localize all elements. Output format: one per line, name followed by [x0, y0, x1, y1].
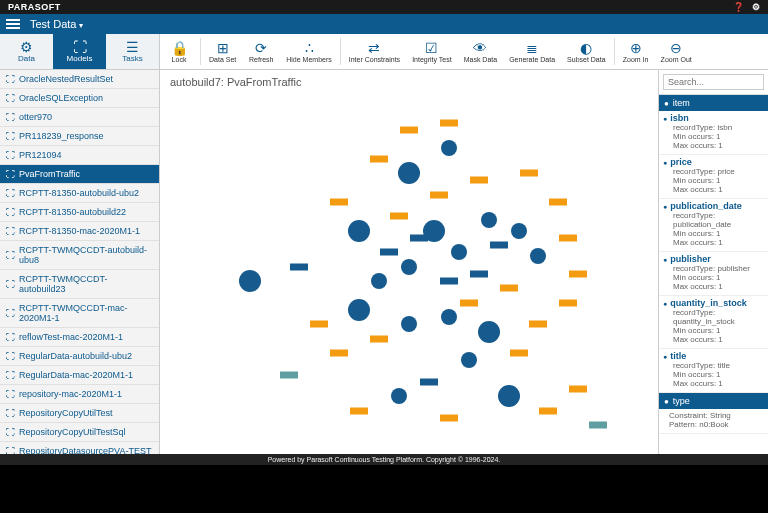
graph-node[interactable] — [529, 321, 547, 328]
tool-icon: ⊖ — [670, 40, 682, 57]
graph-node[interactable] — [370, 335, 388, 342]
sidebar-item[interactable]: ⛶RCPTT-81350-autobuild-ubu2 — [0, 184, 159, 203]
graph-node[interactable] — [481, 212, 497, 228]
help-icon[interactable]: ❓ — [733, 2, 744, 12]
sidebar-item[interactable]: ⛶RCPTT-TWMQCCDT-mac-2020M1-1 — [0, 299, 159, 328]
graph-node[interactable] — [589, 422, 607, 429]
tree-icon: ⛶ — [6, 207, 15, 217]
graph-node[interactable] — [461, 352, 477, 368]
sidebar: ⛶OracleNestedResultSet⛶OracleSQLExceptio… — [0, 70, 160, 454]
graph-node[interactable] — [380, 249, 398, 256]
graph-node[interactable] — [348, 220, 370, 242]
graph-node[interactable] — [348, 299, 370, 321]
field-block[interactable]: publisherrecordType: publisherMin occurs… — [659, 252, 768, 296]
graph-node[interactable] — [498, 385, 520, 407]
graph-node[interactable] — [478, 321, 500, 343]
sidebar-item[interactable]: ⛶RepositoryDatasourcePVA-TEST — [0, 442, 159, 454]
graph-node[interactable] — [371, 273, 387, 289]
sidebar-item[interactable]: ⛶RepositoryCopyUtilTest — [0, 404, 159, 423]
graph-node[interactable] — [530, 248, 546, 264]
tool-inter-constraints[interactable]: ⇄Inter Constraints — [343, 34, 406, 69]
graph-node[interactable] — [441, 140, 457, 156]
graph-node[interactable] — [440, 415, 458, 422]
tool-subset-data[interactable]: ◐Subset Data — [561, 34, 612, 69]
field-block[interactable]: titlerecordType: titleMin occurs: 1Max o… — [659, 349, 768, 393]
sidebar-item[interactable]: ⛶RegularData-mac-2020M1-1 — [0, 366, 159, 385]
menu-dropdown[interactable]: Test Data — [30, 18, 83, 30]
graph-node[interactable] — [330, 350, 348, 357]
graph-node[interactable] — [410, 235, 428, 242]
graph-node[interactable] — [398, 162, 420, 184]
tool-refresh[interactable]: ⟳Refresh — [242, 34, 280, 69]
sidebar-item[interactable]: ⛶OracleSQLException — [0, 89, 159, 108]
sidebar-item[interactable]: ⛶repository-mac-2020M1-1 — [0, 385, 159, 404]
sidebar-item[interactable]: ⛶RCPTT-TWMQCCDT-autobuild23 — [0, 270, 159, 299]
graph-node[interactable] — [420, 379, 438, 386]
sidebar-item[interactable]: ⛶RegularData-autobuild-ubu2 — [0, 347, 159, 366]
main-tab-data[interactable]: ⚙Data — [0, 34, 53, 69]
graph-node[interactable] — [401, 316, 417, 332]
graph-node[interactable] — [559, 299, 577, 306]
graph-node[interactable] — [559, 235, 577, 242]
sidebar-item[interactable]: ⛶PR118239_response — [0, 127, 159, 146]
main-tab-tasks[interactable]: ☰Tasks — [106, 34, 159, 69]
graph-node[interactable] — [490, 242, 508, 249]
field-block[interactable]: pricerecordType: priceMin occurs: 1Max o… — [659, 155, 768, 199]
graph-node[interactable] — [370, 155, 388, 162]
graph-node[interactable] — [280, 371, 298, 378]
graph-node[interactable] — [441, 309, 457, 325]
graph-node[interactable] — [510, 350, 528, 357]
graph-node[interactable] — [390, 213, 408, 220]
sidebar-item[interactable]: ⛶OracleNestedResultSet — [0, 70, 159, 89]
graph-node[interactable] — [310, 321, 328, 328]
graph-node[interactable] — [451, 244, 467, 260]
main-tab-models[interactable]: ⛶Models — [53, 34, 106, 69]
sidebar-item[interactable]: ⛶PvaFromTraffic — [0, 165, 159, 184]
type-header: type — [659, 393, 768, 409]
graph-node[interactable] — [330, 199, 348, 206]
graph-node[interactable] — [350, 407, 368, 414]
graph-node[interactable] — [460, 299, 478, 306]
field-block[interactable]: quantity_in_stockrecordType: quantity_in… — [659, 296, 768, 349]
sidebar-item[interactable]: ⛶RCPTT-81350-autobuild22 — [0, 203, 159, 222]
graph-node[interactable] — [569, 271, 587, 278]
tool-integrity-test[interactable]: ☑Integrity Test — [406, 34, 458, 69]
sidebar-item[interactable]: ⛶RepositoryCopyUtilTestSql — [0, 423, 159, 442]
tool-hide-members[interactable]: ∴Hide Members — [280, 34, 338, 69]
graph-node[interactable] — [470, 271, 488, 278]
graph-node[interactable] — [569, 386, 587, 393]
canvas-area: autobuild7: PvaFromTraffic — [160, 70, 658, 454]
sidebar-item[interactable]: ⛶RCPTT-81350-mac-2020M1-1 — [0, 222, 159, 241]
graph-node[interactable] — [430, 191, 448, 198]
graph-canvas[interactable] — [160, 94, 658, 454]
field-block[interactable]: publication_daterecordType: publication_… — [659, 199, 768, 252]
tool-zoom-in[interactable]: ⊕Zoom In — [617, 34, 655, 69]
tree-icon: ⛶ — [6, 446, 15, 454]
graph-node[interactable] — [391, 388, 407, 404]
tool-lock[interactable]: 🔒Lock — [160, 34, 198, 69]
graph-node[interactable] — [520, 170, 538, 177]
tool-generate-data[interactable]: ≣Generate Data — [503, 34, 561, 69]
graph-node[interactable] — [401, 259, 417, 275]
tool-zoom-out[interactable]: ⊖Zoom Out — [655, 34, 698, 69]
tool-data-set[interactable]: ⊞Data Set — [203, 34, 242, 69]
graph-node[interactable] — [511, 223, 527, 239]
sidebar-item[interactable]: ⛶RCPTT-TWMQCCDT-autobuild-ubu8 — [0, 241, 159, 270]
graph-node[interactable] — [440, 119, 458, 126]
graph-node[interactable] — [440, 278, 458, 285]
sidebar-item[interactable]: ⛶reflowTest-mac-2020M1-1 — [0, 328, 159, 347]
sidebar-item[interactable]: ⛶otter970 — [0, 108, 159, 127]
tool-mask-data[interactable]: 👁Mask Data — [458, 34, 503, 69]
search-input[interactable] — [663, 74, 764, 90]
graph-node[interactable] — [239, 270, 261, 292]
graph-node[interactable] — [500, 285, 518, 292]
hamburger-icon[interactable] — [6, 19, 20, 29]
graph-node[interactable] — [290, 263, 308, 270]
graph-node[interactable] — [549, 199, 567, 206]
sidebar-item[interactable]: ⛶PR121094 — [0, 146, 159, 165]
settings-icon[interactable]: ⚙ — [752, 2, 760, 12]
graph-node[interactable] — [400, 127, 418, 134]
field-block[interactable]: isbnrecordType: isbnMin occurs: 1Max occ… — [659, 111, 768, 155]
graph-node[interactable] — [470, 177, 488, 184]
graph-node[interactable] — [539, 407, 557, 414]
